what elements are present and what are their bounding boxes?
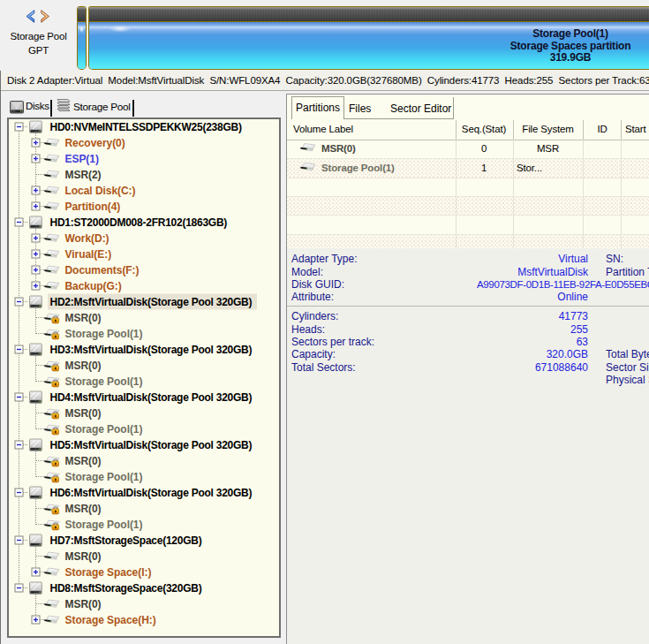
svg-text:Work(D:): Work(D:) <box>65 232 109 245</box>
svg-text:MSR(0): MSR(0) <box>65 598 102 610</box>
svg-text:HD1:ST2000DM008-2FR102(1863GB): HD1:ST2000DM008-2FR102(1863GB) <box>50 216 228 229</box>
svg-text:Storage Pool(1): Storage Pool(1) <box>65 375 143 388</box>
svg-text:MSR(0): MSR(0) <box>65 312 102 324</box>
svg-text:HD2:MsftVirtualDisk(Storage Po: HD2:MsftVirtualDisk(Storage Pool 320GB) <box>50 296 253 308</box>
svg-text:Storage Space(I:): Storage Space(I:) <box>65 566 152 579</box>
svg-text:HD4:MsftVirtualDisk(Storage Po: HD4:MsftVirtualDisk(Storage Pool 320GB) <box>50 391 253 404</box>
svg-text:HD3:MsftVirtualDisk(Storage Po: HD3:MsftVirtualDisk(Storage Pool 320GB) <box>50 344 253 356</box>
svg-text:Storage Pool(1): Storage Pool(1) <box>65 519 143 531</box>
svg-text:HD8:MsftStorageSpace(320GB): HD8:MsftStorageSpace(320GB) <box>50 582 202 595</box>
svg-text:MSR(0): MSR(0) <box>65 455 102 467</box>
svg-text:HD5:MsftVirtualDisk(Storage Po: HD5:MsftVirtualDisk(Storage Pool 320GB) <box>50 439 253 451</box>
svg-text:Storage Pool(1): Storage Pool(1) <box>65 423 143 436</box>
svg-text:Virual(E:): Virual(E:) <box>65 248 112 261</box>
svg-text:Storage Pool(1): Storage Pool(1) <box>65 471 143 483</box>
svg-text:MSR(0): MSR(0) <box>65 503 102 515</box>
svg-text:ESP(1): ESP(1) <box>65 153 99 165</box>
svg-text:MSR(0): MSR(0) <box>65 550 102 563</box>
svg-text:Partition(4): Partition(4) <box>65 201 121 213</box>
svg-text:HD6:MsftVirtualDisk(Storage Po: HD6:MsftVirtualDisk(Storage Pool 320GB) <box>50 487 253 499</box>
svg-text:HD7:MsftStorageSpace(120GB): HD7:MsftStorageSpace(120GB) <box>50 534 202 547</box>
svg-text:Documents(F:): Documents(F:) <box>65 264 140 277</box>
svg-text:Storage Space(H:): Storage Space(H:) <box>65 614 156 626</box>
svg-text:Storage Pool(1): Storage Pool(1) <box>65 328 143 340</box>
svg-text:Recovery(0): Recovery(0) <box>65 137 125 149</box>
svg-text:HD0:NVMeINTELSSDPEKKW25(238GB): HD0:NVMeINTELSSDPEKKW25(238GB) <box>50 121 242 133</box>
svg-text:MSR(0): MSR(0) <box>65 407 102 420</box>
svg-text:MSR(2): MSR(2) <box>65 169 102 181</box>
svg-text:Backup(G:): Backup(G:) <box>65 280 122 292</box>
svg-text:MSR(0): MSR(0) <box>65 360 102 372</box>
svg-text:Local Disk(C:): Local Disk(C:) <box>65 185 136 197</box>
